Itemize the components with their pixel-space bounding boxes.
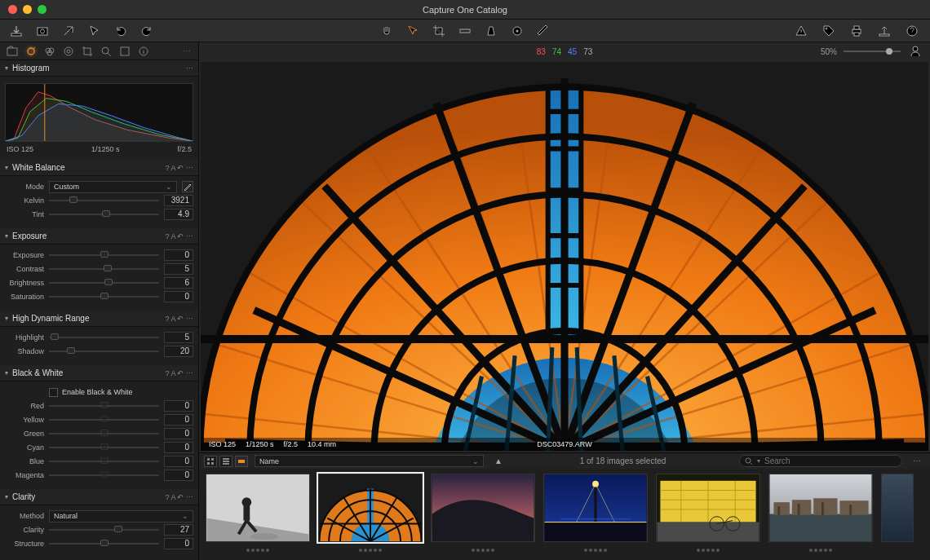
exp-contrast-value[interactable]: 5 <box>164 263 193 275</box>
hdr-shadow-value[interactable]: 20 <box>164 346 193 357</box>
sort-direction-icon[interactable]: ▲ <box>490 453 507 470</box>
spot-removal-icon[interactable] <box>509 23 525 39</box>
thumbnail-1[interactable] <box>206 474 310 542</box>
adjustments-tab-icon[interactable] <box>119 46 131 57</box>
rating-bar[interactable] <box>431 544 535 557</box>
bw-header[interactable]: ▾Black & White ? A ↶ ⋯ <box>0 365 198 381</box>
clarity-header[interactable]: ▾Clarity ? A ↶ ⋯ <box>0 489 198 505</box>
bw-red-value[interactable]: 0 <box>164 400 193 412</box>
exposure-warning-slider[interactable] <box>844 49 901 54</box>
print-icon[interactable] <box>848 23 865 39</box>
bw-green-value[interactable]: 0 <box>164 428 193 439</box>
label-icon[interactable] <box>821 23 837 39</box>
bw-blue-value[interactable]: 0 <box>164 456 193 467</box>
panel-actions[interactable]: ? A ↶ ⋯ <box>165 369 193 377</box>
rotate-left-icon[interactable] <box>113 23 129 39</box>
bw-yellow-slider[interactable] <box>49 419 159 421</box>
panel-actions[interactable]: ⋯ <box>186 64 193 73</box>
exp-saturation-value[interactable]: 0 <box>164 291 193 302</box>
import-icon[interactable] <box>8 23 24 39</box>
image-canvas[interactable]: ISO 125 1/1250 s f/2.5 10.4 mm DSC03479.… <box>201 62 928 451</box>
bw-yellow-value[interactable]: 0 <box>164 414 193 426</box>
select-icon[interactable] <box>405 23 421 39</box>
exp-saturation-slider[interactable] <box>49 296 159 298</box>
clarity-clarity-value[interactable]: 27 <box>164 524 193 536</box>
panel-actions[interactable]: ? A ↶ ⋯ <box>165 315 193 323</box>
straighten-icon[interactable] <box>457 23 473 39</box>
help-icon[interactable] <box>904 23 920 39</box>
search-input[interactable] <box>764 456 897 465</box>
hdr-highlight-value[interactable]: 5 <box>164 332 193 343</box>
alert-icon[interactable] <box>793 23 809 39</box>
metadata-tab-icon[interactable] <box>138 46 149 57</box>
maximize-window-button[interactable] <box>38 5 46 14</box>
hdr-highlight-slider[interactable] <box>49 337 159 338</box>
thumbnail-4[interactable] <box>543 474 648 542</box>
search-chevron-icon[interactable]: ▾ <box>757 457 760 465</box>
clarity-structure-value[interactable]: 0 <box>164 538 193 549</box>
user-icon[interactable] <box>907 43 923 60</box>
pan-icon[interactable] <box>379 23 395 39</box>
rating-bar[interactable] <box>318 544 423 557</box>
browser-menu-icon[interactable]: ⋯ <box>909 453 925 470</box>
grid-view-icon[interactable] <box>204 456 217 467</box>
white-balance-header[interactable]: ▾White Balance ? A ↶ ⋯ <box>0 160 198 176</box>
minimize-window-button[interactable] <box>23 5 32 14</box>
filmstrip-view-icon[interactable] <box>235 456 248 467</box>
wb-picker-icon[interactable] <box>182 181 193 192</box>
rotate-right-icon[interactable] <box>139 23 155 39</box>
wb-mode-dropdown[interactable]: Custom <box>49 181 177 193</box>
wb-tint-slider[interactable] <box>49 214 159 215</box>
keystone-icon[interactable] <box>483 23 499 39</box>
panel-actions[interactable]: ? A ↶ ⋯ <box>165 493 193 501</box>
bw-enable-checkbox[interactable] <box>49 388 58 397</box>
wb-tint-value[interactable]: 4.9 <box>164 209 193 220</box>
color-tab-icon[interactable] <box>44 46 55 57</box>
wb-kelvin-slider[interactable] <box>49 200 159 201</box>
auto-adjust-icon[interactable] <box>60 23 77 39</box>
exp-contrast-slider[interactable] <box>49 268 159 270</box>
bw-blue-slider[interactable] <box>49 461 159 462</box>
search-box[interactable]: ▾ <box>739 455 902 467</box>
rating-bar[interactable] <box>768 544 873 557</box>
panel-actions[interactable]: ? A ↶ ⋯ <box>165 232 193 240</box>
rating-bar[interactable] <box>543 544 648 557</box>
brush-icon[interactable] <box>535 23 551 39</box>
bw-magenta-value[interactable]: 0 <box>164 470 193 481</box>
thumbnail-5[interactable] <box>656 474 760 542</box>
bw-magenta-slider[interactable] <box>49 474 159 476</box>
export-icon[interactable] <box>876 23 892 39</box>
histogram-header[interactable]: ▾ Histogram ⋯ <box>0 60 198 77</box>
bw-red-slider[interactable] <box>49 405 159 407</box>
sort-dropdown[interactable]: Name <box>255 455 484 467</box>
exposure-header[interactable]: ▾Exposure ? A ↶ ⋯ <box>0 228 198 245</box>
thumbnail-7[interactable] <box>881 474 914 542</box>
bw-cyan-slider[interactable] <box>49 447 159 448</box>
hdr-header[interactable]: ▾High Dynamic Range ? A ↶ ⋯ <box>0 311 198 327</box>
thumbnail-6[interactable] <box>768 474 873 542</box>
clarity-clarity-slider[interactable] <box>49 529 159 531</box>
exp-brightness-slider[interactable] <box>49 282 159 284</box>
details-tab-icon[interactable] <box>100 46 112 57</box>
crop-icon[interactable] <box>431 23 447 39</box>
cursor-icon[interactable] <box>86 23 103 39</box>
exp-brightness-value[interactable]: 6 <box>164 277 193 289</box>
clarity-method-dropdown[interactable]: Natural <box>49 510 193 523</box>
clarity-structure-slider[interactable] <box>49 543 159 545</box>
exposure-tab-icon[interactable] <box>25 46 37 57</box>
close-window-button[interactable] <box>8 5 17 14</box>
panel-menu-icon[interactable]: ⋯ <box>181 46 193 57</box>
list-view-icon[interactable] <box>219 456 232 467</box>
hdr-shadow-slider[interactable] <box>49 351 159 352</box>
capture-icon[interactable] <box>34 23 51 39</box>
rating-bar[interactable] <box>206 544 310 557</box>
exp-exposure-slider[interactable] <box>49 254 159 256</box>
thumbnail-3[interactable] <box>431 474 535 542</box>
bw-green-slider[interactable] <box>49 433 159 434</box>
library-tab-icon[interactable] <box>7 46 18 57</box>
lens-tab-icon[interactable] <box>63 46 74 57</box>
wb-kelvin-value[interactable]: 3921 <box>164 195 193 206</box>
panel-actions[interactable]: ? A ↶ ⋯ <box>165 164 193 172</box>
thumbnail-2[interactable] <box>318 474 423 542</box>
crop-tab-icon[interactable] <box>82 46 93 57</box>
